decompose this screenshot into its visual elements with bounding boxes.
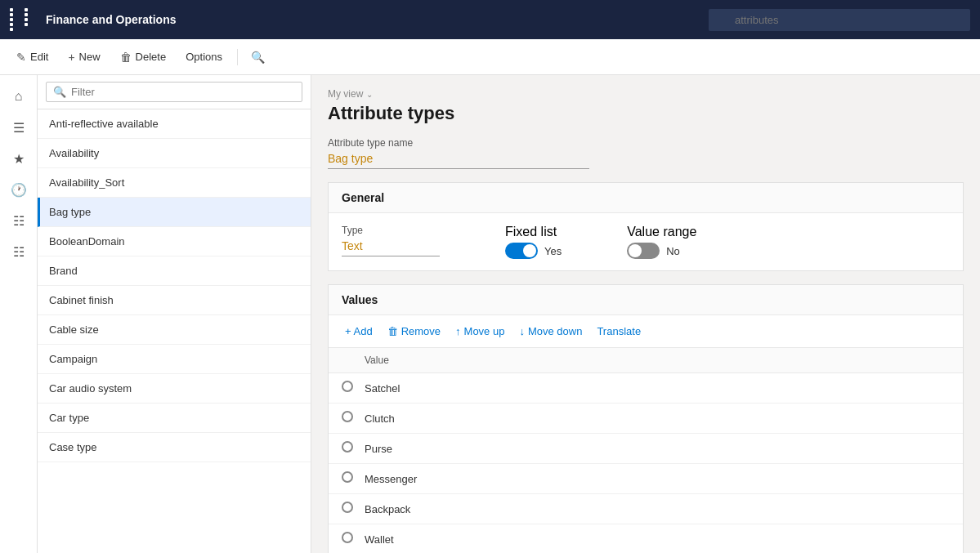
page-title: Attribute types (328, 103, 964, 124)
side-icon-modules[interactable]: ☷ (4, 237, 34, 266)
list-item-case-type[interactable]: Case type (38, 433, 311, 462)
remove-icon: 🗑 (387, 325, 398, 337)
add-value-label: + Add (345, 325, 373, 337)
toolbar-divider (237, 49, 238, 65)
values-section: Values + Add 🗑 Remove ↑ Move up ↓ Move d… (328, 284, 964, 553)
value-row-wallet[interactable]: Wallet (329, 524, 963, 553)
filter-icon: 🔍 (53, 86, 66, 98)
radio-circle-purse (342, 441, 353, 453)
remove-value-button[interactable]: 🗑 Remove (381, 322, 447, 341)
radio-circle-wallet (342, 532, 353, 543)
detail-panel: My view ⌄ Attribute types Attribute type… (311, 75, 980, 553)
header-value-col: Value (365, 355, 389, 366)
move-down-icon: ↓ (519, 325, 525, 337)
edit-label: Edit (30, 51, 48, 63)
radio-circle-messenger (342, 471, 353, 483)
move-down-label: Move down (528, 325, 582, 337)
list-item-availability[interactable]: Availability (38, 139, 311, 168)
move-up-icon: ↑ (455, 325, 461, 337)
values-header-row: Value (329, 348, 963, 373)
top-search-wrap: 🔍 (709, 9, 970, 31)
filter-input-wrap: 🔍 (46, 82, 302, 102)
side-icon-home[interactable]: ⌂ (4, 82, 34, 111)
delete-button[interactable]: 🗑 Delete (112, 46, 175, 69)
values-toolbar: + Add 🗑 Remove ↑ Move up ↓ Move down Tra… (329, 315, 963, 348)
values-section-header: Values (329, 285, 963, 315)
value-row-backpack[interactable]: Backpack (329, 494, 963, 524)
side-icon-menu[interactable]: ☰ (4, 113, 34, 142)
general-section-header: General (329, 183, 963, 213)
fixed-list-toggle[interactable] (505, 243, 538, 259)
value-row-satchel[interactable]: Satchel (329, 373, 963, 404)
list-panel: 🔍 Anti-reflective available Availability… (38, 75, 311, 553)
value-backpack: Backpack (365, 503, 410, 515)
side-icon-bar: ⌂ ☰ ★ 🕐 ☷ ☷ (0, 75, 38, 553)
list-item-car-type[interactable]: Car type (38, 404, 311, 433)
radio-circle-satchel (342, 381, 353, 392)
new-button[interactable]: + New (60, 46, 108, 69)
radio-satchel (342, 381, 365, 395)
list-item-cabinet-finish[interactable]: Cabinet finish (38, 286, 311, 315)
value-clutch: Clutch (365, 413, 395, 425)
value-satchel: Satchel (365, 382, 400, 395)
side-icon-favorites[interactable]: ★ (4, 144, 34, 173)
translate-button[interactable]: Translate (590, 322, 647, 341)
app-title: Finance and Operations (46, 13, 700, 26)
value-range-toggle-row: No (627, 243, 696, 259)
list-filter-area: 🔍 (38, 75, 311, 109)
move-up-button[interactable]: ↑ Move up (449, 322, 511, 341)
radio-purse (342, 441, 365, 456)
value-wallet: Wallet (365, 533, 394, 546)
radio-backpack (342, 502, 365, 516)
radio-wallet (342, 532, 365, 546)
value-row-clutch[interactable]: Clutch (329, 404, 963, 434)
radio-circle-clutch (342, 411, 353, 422)
type-value: Text (342, 239, 440, 256)
value-range-toggle[interactable] (627, 243, 660, 259)
list-item-availability-sort[interactable]: Availability_Sort (38, 168, 311, 198)
radio-messenger (342, 471, 365, 486)
list-item-boolean-domain[interactable]: BooleanDomain (38, 227, 311, 256)
value-range-value: No (666, 245, 680, 257)
main-toolbar: ✎ Edit + New 🗑 Delete Options 🔍 (0, 39, 980, 75)
list-item-cable-size[interactable]: Cable size (38, 315, 311, 345)
attr-type-name-value: Bag type (328, 152, 589, 169)
fixed-list-group: Fixed list Yes (505, 225, 562, 259)
list-item-anti-reflective[interactable]: Anti-reflective available (38, 109, 311, 139)
edit-icon: ✎ (16, 51, 26, 64)
value-row-purse[interactable]: Purse (329, 434, 963, 464)
top-search-input[interactable] (709, 9, 970, 31)
remove-value-label: Remove (401, 325, 441, 337)
new-label: New (79, 51, 101, 63)
value-messenger: Messenger (365, 473, 417, 485)
app-grid-icon[interactable] (10, 8, 38, 31)
toolbar-search-button[interactable]: 🔍 (244, 46, 271, 69)
move-down-button[interactable]: ↓ Move down (512, 322, 588, 341)
side-icon-recent[interactable]: 🕐 (4, 175, 34, 204)
add-value-button[interactable]: + Add (338, 322, 379, 341)
value-range-group: Value range No (627, 225, 696, 259)
options-button[interactable]: Options (177, 46, 230, 68)
list-item-campaign[interactable]: Campaign (38, 345, 311, 374)
new-icon: + (68, 51, 74, 64)
main-layout: ⌂ ☰ ★ 🕐 ☷ ☷ 🔍 Anti-reflective available … (0, 75, 980, 553)
values-table: Value Satchel Clutch Purse Messe (329, 348, 963, 553)
chevron-down-icon: ⌄ (366, 90, 373, 99)
value-row-messenger[interactable]: Messenger (329, 464, 963, 494)
options-label: Options (186, 51, 222, 63)
list-item-bag-type[interactable]: Bag type (38, 198, 311, 227)
attr-type-name-label: Attribute type name (328, 137, 964, 149)
list-item-brand[interactable]: Brand (38, 256, 311, 286)
fixed-list-value: Yes (544, 245, 562, 257)
translate-label: Translate (597, 325, 641, 337)
fixed-list-toggle-row: Yes (505, 243, 562, 259)
side-icon-workspaces[interactable]: ☷ (4, 206, 34, 235)
filter-input[interactable] (71, 86, 295, 98)
fixed-list-label: Fixed list (505, 225, 562, 239)
delete-icon: 🗑 (120, 51, 132, 64)
view-selector[interactable]: My view ⌄ (328, 88, 964, 100)
radio-circle-backpack (342, 502, 353, 513)
edit-button[interactable]: ✎ Edit (8, 46, 56, 69)
list-item-car-audio-system[interactable]: Car audio system (38, 374, 311, 404)
general-section-body: Type Text Fixed list Yes Value range (329, 213, 963, 270)
